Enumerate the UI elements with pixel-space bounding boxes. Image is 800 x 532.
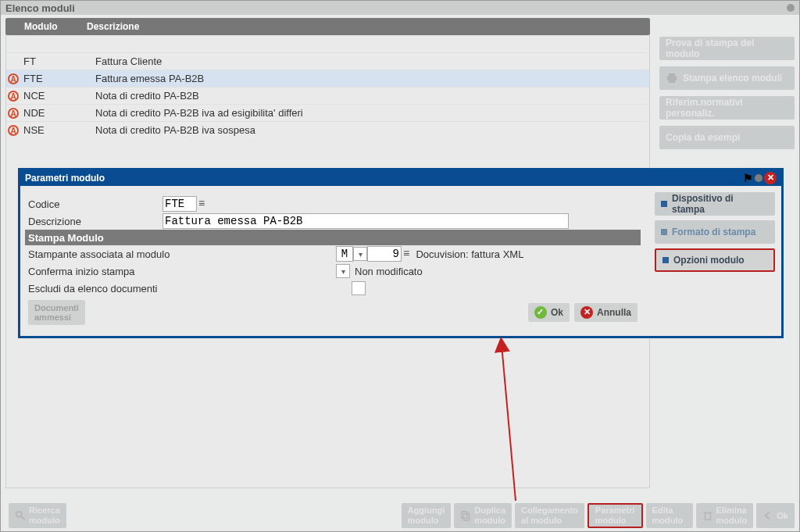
prova-stampa-button[interactable]: Prova di stampa del modulo: [659, 37, 795, 60]
stampante-label: Stampante associata al modulo: [25, 248, 336, 260]
at-badge-icon: A: [8, 108, 19, 119]
printer-type-input[interactable]: [336, 246, 353, 262]
stampa-elenco-button[interactable]: Stampa elenco moduli: [659, 66, 795, 90]
tab-dispositivo-stampa[interactable]: Dispositivo di stampa: [655, 192, 775, 216]
svg-rect-5: [462, 512, 467, 519]
stampa-modulo-section: Stampa Modulo: [25, 232, 104, 244]
ok-button[interactable]: Ok: [756, 503, 795, 528]
table-row[interactable]: A NSE Nota di credito PA-B2B iva sospesa: [6, 121, 649, 138]
escludi-label: Escludi da elenco documenti: [25, 283, 352, 295]
parametri-modulo-button[interactable]: Parametri modulo: [588, 503, 643, 528]
svg-rect-1: [669, 73, 675, 76]
table-row[interactable]: A NCE Nota di credito PA-B2B: [6, 87, 649, 104]
cell-code: NSE: [20, 124, 92, 136]
svg-rect-0: [667, 76, 677, 80]
dialog-tabs: Dispositivo di stampa Formato di stampa …: [648, 186, 781, 336]
lookup-icon[interactable]: ≡: [402, 248, 411, 260]
elimina-modulo-button[interactable]: Elimina modulo: [696, 503, 754, 528]
codice-input[interactable]: [162, 196, 197, 212]
cell-code: FT: [20, 55, 92, 67]
printer-num-input[interactable]: [367, 246, 402, 262]
dialog-status-dot: [755, 174, 762, 182]
riferim-normativi-button[interactable]: Riferim.normativi personaliz.: [659, 96, 795, 120]
col-modulo: Modulo: [5, 21, 84, 32]
descrizione-label: Descrizione: [25, 216, 162, 227]
back-arrow-icon: [762, 510, 773, 521]
duplicate-icon: [460, 510, 471, 521]
search-icon: [15, 510, 26, 521]
at-badge-icon: A: [8, 73, 19, 84]
collegamento-modulo-button[interactable]: Collegamento al modulo: [515, 503, 584, 528]
col-descrizione: Descrizione: [84, 21, 650, 32]
cell-code: NDE: [20, 107, 92, 119]
tab-formato-stampa[interactable]: Formato di stampa: [655, 220, 775, 244]
codice-label: Codice: [25, 198, 162, 210]
list-header: Modulo Descrizione: [5, 18, 650, 35]
ricerca-modulo-button[interactable]: Ricerca modulo: [9, 503, 66, 528]
edita-modulo-button[interactable]: Edita modulo: [646, 503, 693, 528]
trash-icon: [702, 510, 713, 521]
dialog-annulla-button[interactable]: ✕ Annulla: [574, 303, 638, 322]
cancel-icon: ✕: [580, 306, 593, 319]
descrizione-input[interactable]: [162, 213, 569, 229]
chevron-down-icon[interactable]: ▾: [353, 247, 367, 261]
check-icon: ✓: [534, 306, 547, 319]
dialog-ok-button[interactable]: ✓ Ok: [528, 303, 570, 322]
copia-esempi-button[interactable]: Copia da esempi: [659, 126, 795, 149]
table-row[interactable]: A NDE Nota di credito PA-B2B iva ad esig…: [6, 104, 649, 121]
table-row[interactable]: A FTE Fattura emessa PA-B2B: [6, 70, 649, 87]
cell-code: NCE: [20, 90, 92, 102]
window-status-dot: [787, 4, 795, 12]
cell-desc: Fattura emessa PA-B2B: [92, 73, 649, 84]
bottom-toolbar: Ricerca modulo Aggiungi modulo Duplica m…: [1, 500, 799, 531]
aggiungi-modulo-button[interactable]: Aggiungi modulo: [402, 503, 452, 528]
dialog-titlebar: Parametri modulo ⚑ ✕: [20, 170, 781, 186]
svg-rect-7: [705, 513, 710, 520]
tab-opzioni-modulo[interactable]: Opzioni modulo: [655, 248, 775, 272]
at-badge-icon: A: [8, 91, 19, 102]
window-title: Elenco moduli: [5, 2, 75, 14]
printer-desc: Docuvision: fattura XML: [411, 248, 523, 260]
dialog-title: Parametri modulo: [25, 173, 105, 184]
escludi-checkbox[interactable]: [352, 281, 366, 295]
window-titlebar: Elenco moduli: [1, 1, 799, 15]
svg-rect-6: [464, 513, 470, 520]
lookup-icon[interactable]: ≡: [197, 198, 206, 210]
duplica-modulo-button[interactable]: Duplica modulo: [454, 503, 512, 528]
documenti-ammessi-button[interactable]: Documenti ammessi: [28, 300, 85, 325]
close-icon[interactable]: ✕: [764, 172, 777, 184]
svg-line-4: [21, 516, 24, 520]
svg-rect-2: [669, 80, 675, 83]
chevron-down-icon[interactable]: ▾: [336, 264, 350, 278]
cell-desc: Nota di credito PA-B2B: [92, 90, 649, 102]
table-row[interactable]: FT Fattura Cliente: [6, 52, 649, 70]
parametri-modulo-dialog: Parametri modulo ⚑ ✕ Codice ≡ Descrizion…: [18, 168, 784, 338]
svg-point-3: [16, 512, 22, 517]
cell-desc: Nota di credito PA-B2B iva ad esigibilit…: [92, 107, 649, 119]
table-row[interactable]: [6, 35, 649, 52]
pin-icon[interactable]: ⚑: [743, 172, 753, 184]
cell-code: FTE: [20, 73, 92, 84]
at-badge-icon: A: [8, 125, 19, 136]
printer-icon: [666, 72, 678, 84]
cell-desc: Nota di credito PA-B2B iva sospesa: [92, 124, 649, 136]
cell-desc: Fattura Cliente: [92, 55, 649, 67]
conferma-value: Non modificato: [350, 266, 423, 277]
conferma-label: Conferma inizio stampa: [25, 266, 336, 277]
app-window: Elenco moduli Modulo Descrizione FT Fatt…: [0, 0, 800, 532]
dialog-form: Codice ≡ Descrizione Stampa Modulo Stamp…: [20, 186, 648, 336]
